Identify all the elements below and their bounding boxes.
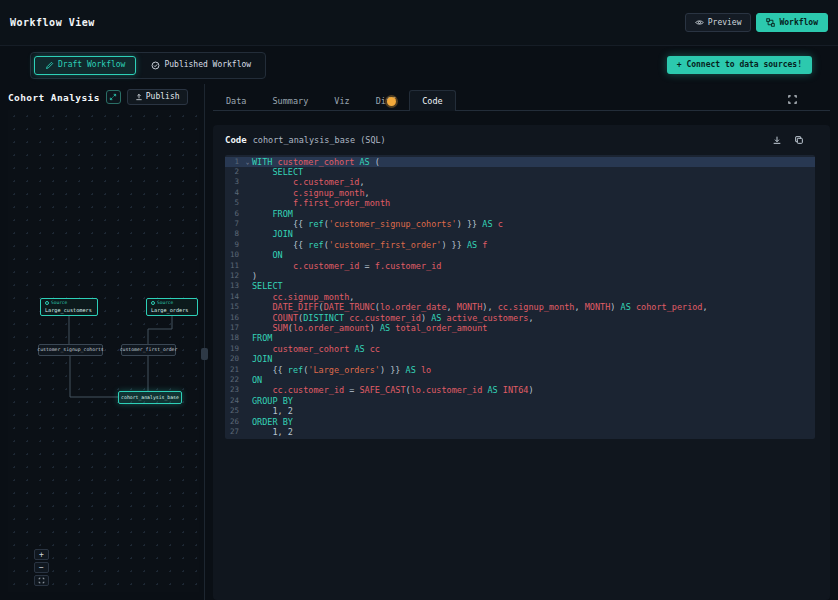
code-line: 11 c.customer_id = f.customer_id xyxy=(225,261,815,271)
preview-button[interactable]: Preview xyxy=(685,13,752,32)
zoom-in-button[interactable]: + xyxy=(34,549,49,560)
database-icon xyxy=(151,301,155,305)
code-line: 27 1, 2 xyxy=(225,427,815,437)
code-line: 5 f.first_order_month xyxy=(225,198,815,208)
code-line: 9 {{ ref('customer_first_order') }} AS f xyxy=(225,240,815,250)
code-card-subtitle: cohort_analysis_base (SQL) xyxy=(253,135,386,145)
tab-viz[interactable]: Viz xyxy=(321,90,362,111)
upload-icon xyxy=(135,93,143,101)
tab-code[interactable]: Code xyxy=(409,90,455,111)
code-line: 6 FROM xyxy=(225,209,815,219)
eye-icon xyxy=(695,18,704,27)
node-cohort_analysis_base[interactable]: cohort_analysis_base xyxy=(118,391,182,404)
zoom-controls: + − xyxy=(34,549,49,586)
cursor-indicator xyxy=(387,97,396,106)
code-lines: 1⌄WITH customer_cohort AS (2 SELECT3 c.c… xyxy=(225,157,815,438)
fit-view-icon xyxy=(38,577,45,584)
workflow-icon xyxy=(766,18,775,27)
workflow-state-tabs: Draft Workflow Published Workflow xyxy=(30,52,266,79)
node-customer_first_order[interactable]: customer_first_order xyxy=(121,344,176,356)
code-editor[interactable]: 1⌄WITH customer_cohort AS (2 SELECT3 c.c… xyxy=(225,155,815,440)
fit-view-button[interactable] xyxy=(34,575,49,586)
tab-data[interactable]: Data xyxy=(213,90,259,111)
code-line: 23 cc.customer_id = SAFE_CAST(lo.custome… xyxy=(225,385,815,395)
code-line: 25 1, 2 xyxy=(225,406,815,416)
zoom-out-button[interactable]: − xyxy=(34,562,49,573)
database-icon xyxy=(45,301,49,305)
code-line: 14 cc.signup_month, xyxy=(225,292,815,302)
edit-icon xyxy=(45,61,54,70)
tab-summary[interactable]: Summary xyxy=(259,90,321,111)
code-line: 16 COUNT(DISTINCT cc.customer_id) AS act… xyxy=(225,313,815,323)
detail-right-panel: DataSummaryVizDiffCode Code cohort_analy… xyxy=(205,84,838,600)
node-tag: Source xyxy=(157,301,173,306)
code-line: 24GROUP BY xyxy=(225,396,815,406)
code-line: 4 c.signup_month, xyxy=(225,188,815,198)
code-line: 20JOIN xyxy=(225,354,815,364)
fullscreen-icon xyxy=(787,94,798,105)
node-customer_signup_cohorts[interactable]: customer_signup_cohorts xyxy=(38,344,103,356)
code-line: 19 customer_cohort AS cc xyxy=(225,344,815,354)
code-line: 18FROM xyxy=(225,333,815,343)
code-line: 17 SUM(lo.order_amount) AS total_order_a… xyxy=(225,323,815,333)
workflow-toolbar: Draft Workflow Published Workflow + Conn… xyxy=(0,46,838,84)
check-circle-icon xyxy=(151,61,160,70)
code-line: 12) xyxy=(225,271,815,281)
download-button[interactable] xyxy=(772,135,782,145)
fullscreen-button[interactable] xyxy=(787,94,798,105)
tab-diff[interactable]: Diff xyxy=(363,90,409,111)
code-line: 8 JOIN xyxy=(225,229,815,239)
code-line: 13SELECT xyxy=(225,281,815,291)
expand-icon xyxy=(109,93,117,101)
node-tag: Source xyxy=(51,301,67,306)
workflow-left-panel: Cohort Analysis Publish + − SourceLarge_… xyxy=(0,84,205,600)
code-line: 15 DATE_DIFF(DATE_TRUNC(lo.order_date, M… xyxy=(225,302,815,312)
publish-button[interactable]: Publish xyxy=(127,89,188,105)
tab-published-workflow[interactable]: Published Workflow xyxy=(140,56,262,75)
page-title: Workflow View xyxy=(10,17,95,28)
panel-resize-handle[interactable] xyxy=(201,348,208,360)
code-line: 22ON xyxy=(225,375,815,385)
code-line: 21 {{ ref('Large_orders') }} AS lo xyxy=(225,365,815,375)
code-line: 2 SELECT xyxy=(225,167,815,177)
right-panel-tabs: DataSummaryVizDiffCode xyxy=(213,90,830,111)
connect-data-sources-button[interactable]: + Connect to data sources! xyxy=(667,56,812,74)
node-Large_customers[interactable]: SourceLarge_customers xyxy=(40,298,98,316)
node-Large_orders[interactable]: SourceLarge_orders xyxy=(146,298,198,316)
workflow-title: Cohort Analysis xyxy=(8,92,100,103)
code-line: 26ORDER BY xyxy=(225,417,815,427)
code-card-title: Code xyxy=(225,135,247,145)
code-line: 1⌄WITH customer_cohort AS ( xyxy=(225,157,815,167)
tab-draft-workflow[interactable]: Draft Workflow xyxy=(34,56,136,75)
code-line: 10 ON xyxy=(225,250,815,260)
node-label: Large_orders xyxy=(151,307,193,313)
workflow-canvas[interactable]: + − SourceLarge_customersSourceLarge_ord… xyxy=(8,110,199,592)
expand-canvas-button[interactable] xyxy=(106,90,121,104)
code-card: Code cohort_analysis_base (SQL) 1⌄WITH c… xyxy=(213,125,830,600)
node-label: Large_customers xyxy=(45,307,93,313)
app-header: Workflow View Preview Workflow xyxy=(0,0,838,46)
code-line: 3 c.customer_id, xyxy=(225,177,815,187)
copy-button[interactable] xyxy=(794,135,804,145)
code-line: 7 {{ ref('customer_signup_cohorts') }} A… xyxy=(225,219,815,229)
workflow-button[interactable]: Workflow xyxy=(756,13,828,32)
